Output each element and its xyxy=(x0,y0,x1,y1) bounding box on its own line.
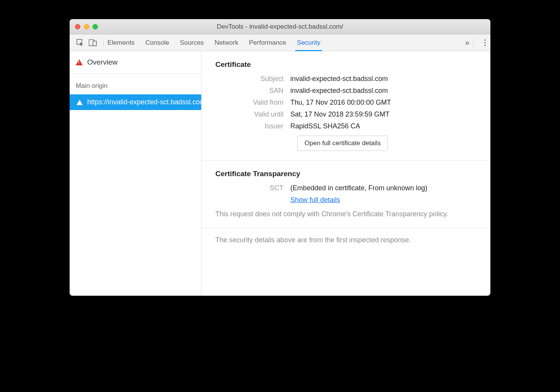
close-window-button[interactable] xyxy=(75,24,80,29)
titlebar: DevTools - invalid-expected-sct.badssl.c… xyxy=(70,19,490,34)
sidebar-item-origin[interactable]: https://invalid-expected-sct.badssl.com xyxy=(70,94,201,110)
tab-network[interactable]: Network xyxy=(215,34,238,51)
label-subject: Subject xyxy=(215,75,290,83)
label-valid-from: Valid from xyxy=(215,99,290,107)
row-subject: Subject invalid-expected-sct.badssl.com xyxy=(215,75,477,83)
settings-menu-icon[interactable] xyxy=(484,39,486,46)
toolbar-separator xyxy=(473,39,474,47)
tab-sources[interactable]: Sources xyxy=(180,34,203,51)
certificate-heading: Certificate xyxy=(215,60,477,69)
row-san: SAN invalid-expected-sct.badssl.com xyxy=(215,87,477,95)
main-panel: Certificate Subject invalid-expected-sct… xyxy=(202,51,490,296)
value-sct: (Embedded in certificate, From unknown l… xyxy=(290,184,427,192)
tab-performance[interactable]: Performance xyxy=(249,34,286,51)
value-valid-from: Thu, 17 Nov 2016 00:00:00 GMT xyxy=(290,99,391,107)
value-issuer: RapidSSL SHA256 CA xyxy=(290,122,360,130)
value-san: invalid-expected-sct.badssl.com xyxy=(290,87,388,95)
tab-elements[interactable]: Elements xyxy=(107,34,135,51)
sidebar: Overview Main origin https://invalid-exp… xyxy=(70,51,202,296)
ct-section: Certificate Transparency SCT (Embedded i… xyxy=(202,160,490,228)
certificate-section: Certificate Subject invalid-expected-sct… xyxy=(202,51,490,160)
warning-icon xyxy=(76,59,83,65)
tab-security[interactable]: Security xyxy=(297,34,320,51)
row-sct-link: Show full details xyxy=(215,196,477,204)
svg-rect-2 xyxy=(93,41,96,46)
row-valid-until: Valid until Sat, 17 Nov 2018 23:59:59 GM… xyxy=(215,110,477,118)
value-valid-until: Sat, 17 Nov 2018 23:59:59 GMT xyxy=(290,110,389,118)
zoom-window-button[interactable] xyxy=(93,24,98,29)
label-san: SAN xyxy=(215,87,290,95)
overview-label: Overview xyxy=(87,58,117,66)
label-valid-until: Valid until xyxy=(215,110,290,118)
device-toolbar-icon[interactable] xyxy=(86,38,99,48)
label-issuer: Issuer xyxy=(215,122,290,130)
ct-heading: Certificate Transparency xyxy=(215,170,477,178)
origin-warning-icon xyxy=(77,100,83,105)
value-subject: invalid-expected-sct.badssl.com xyxy=(290,75,388,83)
tab-console[interactable]: Console xyxy=(145,34,169,51)
body: Overview Main origin https://invalid-exp… xyxy=(70,51,490,296)
label-sct: SCT xyxy=(215,184,290,192)
row-issuer: Issuer RapidSSL SHA256 CA xyxy=(215,122,477,130)
minimize-window-button[interactable] xyxy=(84,24,89,29)
toolbar-separator xyxy=(103,39,104,47)
devtools-window: DevTools - invalid-expected-sct.badssl.c… xyxy=(70,19,490,296)
more-tabs-icon[interactable]: » xyxy=(465,38,469,47)
tabs: Elements Console Sources Network Perform… xyxy=(107,34,457,51)
sidebar-item-overview[interactable]: Overview xyxy=(70,51,201,74)
sidebar-section-main-origin: Main origin xyxy=(70,74,201,94)
show-full-details-link[interactable]: Show full details xyxy=(290,196,340,204)
devtools-toolbar: Elements Console Sources Network Perform… xyxy=(70,34,490,51)
certificate-button-row: Open full certificate details xyxy=(215,136,477,151)
inspect-element-icon[interactable] xyxy=(74,37,86,48)
row-valid-from: Valid from Thu, 17 Nov 2016 00:00:00 GMT xyxy=(215,99,477,107)
open-full-certificate-button[interactable]: Open full certificate details xyxy=(297,136,388,151)
origin-url: https://invalid-expected-sct.badssl.com xyxy=(87,98,201,106)
footer-note: The security details above are from the … xyxy=(202,228,490,252)
ct-policy-note: This request does not comply with Chrome… xyxy=(215,209,477,219)
window-title: DevTools - invalid-expected-sct.badssl.c… xyxy=(70,23,490,31)
row-sct: SCT (Embedded in certificate, From unkno… xyxy=(215,184,477,192)
traffic-lights xyxy=(75,24,98,29)
